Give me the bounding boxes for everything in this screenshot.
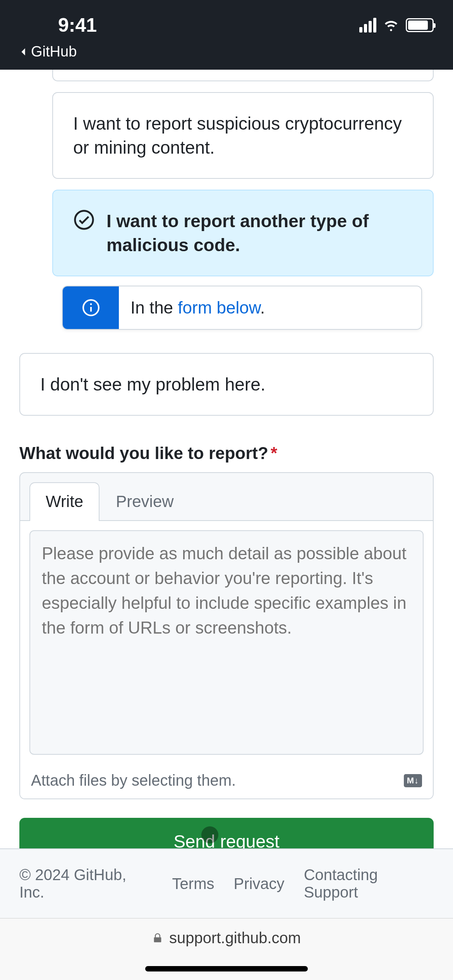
status-time: 9:41 [58,14,97,36]
footer-privacy-link[interactable]: Privacy [233,875,284,893]
option-crypto[interactable]: I want to report suspicious cryptocurren… [52,92,434,179]
info-icon [63,286,119,329]
option-malicious-selected[interactable]: I want to report another type of malicio… [52,190,434,276]
required-asterisk: * [271,444,277,463]
battery-icon [406,18,434,32]
svg-point-0 [75,211,93,229]
status-icons [359,16,434,34]
attach-hint[interactable]: Attach files by selecting them. [31,772,236,789]
wifi-icon [383,16,400,34]
check-circle-icon [73,209,95,236]
option-not-found-label: I don't see my problem here. [40,374,266,394]
tab-write[interactable]: Write [29,482,100,521]
editor-tabs: Write Preview [20,473,433,521]
cellular-icon [359,18,376,33]
form-label: What would you like to report?* [19,444,434,463]
report-textarea[interactable] [29,530,424,755]
url-row[interactable]: support.github.com [152,929,301,947]
status-bar: 9:41 GitHub [0,0,453,70]
back-app-label: GitHub [31,43,77,60]
url-text: support.github.com [169,929,301,947]
footer-terms-link[interactable]: Terms [172,875,214,893]
footer-contact-link[interactable]: Contacting Support [304,866,434,901]
option-malicious-label: I want to report another type of malicio… [106,209,413,257]
option-not-found[interactable]: I don't see my problem here. [19,353,434,416]
form-label-text: What would you like to report? [19,444,268,463]
info-prefix: In the [130,298,178,317]
home-indicator[interactable] [145,966,308,971]
lock-icon [152,933,163,944]
form-below-link[interactable]: form below [178,298,260,317]
option-crypto-label: I want to report suspicious cryptocurren… [73,113,402,158]
info-callout: In the form below. [62,286,422,330]
back-to-app[interactable]: GitHub [19,43,434,60]
svg-point-3 [90,303,92,305]
markdown-icon[interactable]: M↓ [404,774,422,787]
info-text: In the form below. [119,286,276,329]
option-card-partial[interactable] [52,70,434,81]
info-suffix: . [260,298,265,317]
page-footer: © 2024 GitHub, Inc. Terms Privacy Contac… [0,848,453,918]
editor-box: Write Preview Attach files by selecting … [19,472,434,799]
copyright: © 2024 GitHub, Inc. [19,866,153,901]
tab-preview[interactable]: Preview [100,482,190,520]
browser-bar: support.github.com [0,918,453,980]
